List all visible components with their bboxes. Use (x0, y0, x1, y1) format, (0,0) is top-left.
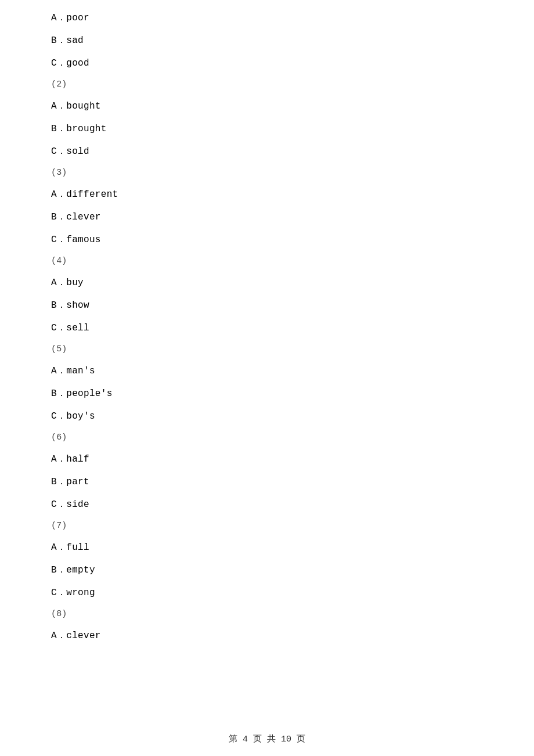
section-2-option-b: B．brought (51, 123, 483, 135)
section-3-option-b: B．clever (51, 211, 483, 223)
section-label-7: (7) (51, 521, 483, 531)
section-4-option-a: A．buy (51, 276, 483, 289)
section-label-5: (5) (51, 344, 483, 354)
section-3-option-a: A．different (51, 188, 483, 200)
page-footer: 第 4 页 共 10 页 (0, 733, 534, 744)
main-content: A．poor B．sad C．good (2) A．bought B．broug… (0, 0, 534, 687)
section-5-option-b: B．people's (51, 387, 483, 399)
section-7-option-b: B．empty (51, 564, 483, 576)
section-7-option-a: A．full (51, 541, 483, 553)
section-4-option-c: C．sell (51, 322, 483, 334)
section-8-option-a: A．clever (51, 629, 483, 642)
section-3-option-c: C．famous (51, 233, 483, 246)
section-4-option-b: B．show (51, 299, 483, 311)
section-6-option-c: C．side (51, 498, 483, 510)
section-6-option-a: A．half (51, 453, 483, 465)
option-c-good: C．good (51, 57, 483, 69)
section-label-2: (2) (51, 80, 483, 89)
section-label-6: (6) (51, 433, 483, 442)
section-label-8: (8) (51, 609, 483, 619)
section-5-option-c: C．boy's (51, 410, 483, 422)
section-2-option-c: C．sold (51, 145, 483, 157)
section-5-option-a: A．man's (51, 365, 483, 377)
section-6-option-b: B．part (51, 476, 483, 488)
option-b-sad: B．sad (51, 34, 483, 46)
section-label-4: (4) (51, 256, 483, 266)
section-7-option-c: C．wrong (51, 586, 483, 599)
section-label-3: (3) (51, 168, 483, 178)
section-2-option-a: A．bought (51, 100, 483, 112)
option-a-poor: A．poor (51, 12, 483, 24)
